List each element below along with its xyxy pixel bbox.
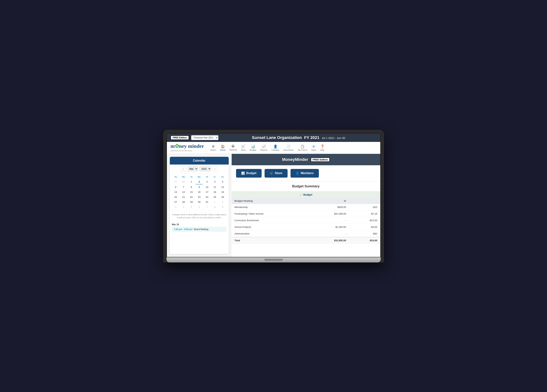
cal-day-today[interactable]: 2 — [195, 179, 203, 184]
next-month-button[interactable]: › — [212, 166, 218, 172]
cal-day[interactable]: 10 — [203, 185, 211, 189]
cal-day[interactable]: 30 — [195, 200, 203, 204]
cal-day[interactable]: 31 — [203, 200, 211, 204]
cal-day[interactable]: 4 — [211, 179, 219, 184]
nav-contacts[interactable]: 👤 Contacts — [270, 143, 281, 152]
cal-day[interactable]: 11 — [211, 185, 219, 189]
cal-day[interactable]: 25 — [211, 195, 219, 199]
cal-day[interactable]: 27 — [172, 200, 180, 204]
budget-button[interactable]: 📊 Budget — [236, 169, 262, 178]
nav-reports-label: Reports — [260, 149, 267, 151]
calendar-event-item[interactable]: 7:00 pm - 8:00 pm Board Meeting — [172, 227, 226, 232]
row-heading: School Projects — [232, 224, 309, 230]
cal-day[interactable]: 3 — [203, 179, 211, 184]
total-in: $32,850.00 — [309, 237, 349, 244]
nav-contacts-label: Contacts — [271, 149, 279, 151]
main-content: Calendar ‹ Mar 2022 › S — [167, 154, 380, 257]
action-buttons: 📊 Budget 🛒 Store 👤 Members — [232, 165, 380, 181]
nav-items: ⚙ Admin 🏠 Home 🏛 Banking 🛒 Store — [208, 143, 326, 152]
fy-selector[interactable]: Financial Year 2021 — [191, 135, 219, 140]
row-in: $500.00 — [309, 204, 349, 210]
logo-area: m✿ney minder powered by NonProfitCentral… — [171, 144, 204, 152]
nav-help[interactable]: ❓ Help — [318, 143, 326, 152]
gear-icon: ⚙ — [212, 144, 215, 149]
nav-documents-label: Documents — [283, 149, 294, 151]
logo-subtitle: powered by NonProfitCentral. — [171, 150, 192, 152]
row-in: $31,000.00 — [309, 210, 349, 217]
cal-day[interactable]: 7 — [180, 185, 187, 189]
cal-day[interactable]: 14 — [180, 190, 187, 194]
budget-table: Budget Heading In Membership $500.00 -$1… — [232, 198, 380, 244]
nav-inbox[interactable]: 📧 Inbox — [309, 143, 318, 152]
total-out: -$24,68 — [349, 237, 380, 244]
budget-summary: Budget Summary 📈 Budget Budget Heading I… — [232, 181, 380, 257]
help-icon: ❓ — [320, 144, 324, 149]
budget-total-row: Total $32,850.00 -$24,68 — [232, 237, 380, 244]
budget-table-header-row: Budget Heading In — [232, 198, 380, 204]
cal-day[interactable]: 20 — [172, 195, 180, 199]
inbox-icon: 📧 — [312, 144, 316, 149]
cal-day[interactable]: 17 — [203, 190, 211, 194]
moneyminder-header: MoneyMinder FREE Edition — [232, 154, 380, 165]
cal-day[interactable]: 23 — [195, 195, 203, 199]
nav-admin-label: Admin — [210, 149, 216, 151]
cal-day[interactable]: 21 — [180, 195, 187, 199]
cal-day[interactable]: 16 — [195, 190, 203, 194]
cal-day[interactable]: 26 — [219, 195, 226, 199]
cal-day[interactable]: 3 — [172, 205, 180, 209]
cal-day[interactable]: 1 — [211, 200, 219, 204]
nav-banking[interactable]: 🏛 Banking — [228, 143, 239, 152]
cal-day[interactable]: 5 — [188, 205, 195, 209]
cal-day[interactable]: 15 — [188, 190, 195, 194]
home-icon: 🏠 — [221, 144, 225, 149]
cal-day[interactable]: 19 — [219, 190, 226, 194]
cal-day[interactable]: 9 — [195, 185, 203, 189]
budget-icon: 📊 — [251, 144, 255, 149]
date-range: Jul 1 2021 - Jun 30 — [321, 136, 345, 139]
budget-link[interactable]: 📈 Budget — [232, 191, 380, 198]
cal-day[interactable]: 13 — [172, 190, 180, 194]
cal-day[interactable]: 22 — [188, 195, 195, 199]
members-btn-label: Members — [301, 172, 314, 175]
cal-day[interactable]: 24 — [203, 195, 211, 199]
year-selector[interactable]: 2022 — [199, 166, 211, 171]
nav-taxforms[interactable]: 📋 Tax Forms — [296, 143, 309, 152]
cal-day[interactable]: 28 — [180, 200, 187, 204]
cal-day[interactable]: 27 — [172, 179, 180, 184]
nav-documents[interactable]: 📄 Documents — [281, 143, 295, 152]
cal-day[interactable]: 18 — [211, 190, 219, 194]
cal-day[interactable]: 8 — [211, 205, 219, 209]
cal-day[interactable]: 9 — [219, 205, 226, 209]
cal-day[interactable]: 2 — [219, 200, 226, 204]
cal-day[interactable]: 28 — [180, 179, 187, 184]
nav-budget-label: Budget — [250, 149, 256, 151]
cal-day[interactable]: 7 — [203, 205, 211, 209]
cal-day[interactable]: 5 — [219, 179, 226, 184]
cal-day[interactable]: 4 — [180, 205, 187, 209]
nav-reports[interactable]: 📈 Reports — [258, 143, 269, 152]
nav-budget[interactable]: 📊 Budget — [248, 143, 258, 152]
cal-event-section: Mar 15 7:00 pm - 8:00 pm Board Meeting — [170, 221, 229, 234]
cal-day[interactable]: 6 — [172, 185, 180, 189]
nav-admin[interactable]: ⚙ Admin — [208, 143, 218, 152]
store-button[interactable]: 🛒 Store — [265, 169, 287, 178]
cal-day[interactable]: 29 — [188, 200, 195, 204]
row-heading: Membership — [232, 204, 309, 210]
documents-icon: 📄 — [287, 144, 291, 149]
row-out: -$13,50 — [349, 217, 380, 224]
row-in: $1,350.00 — [309, 224, 349, 230]
members-button[interactable]: 👤 Members — [291, 169, 319, 178]
cal-day[interactable]: 6 — [195, 205, 203, 209]
nav-store[interactable]: 🛒 Store — [239, 143, 247, 152]
cal-day[interactable]: 12 — [219, 185, 226, 189]
nav-home[interactable]: 🏠 Home — [218, 143, 227, 152]
cal-day[interactable]: 8 — [188, 185, 195, 189]
prev-month-button[interactable]: ‹ — [181, 166, 186, 172]
nav-inbox-label: Inbox — [311, 149, 316, 151]
month-selector[interactable]: Mar — [187, 166, 198, 171]
cal-day[interactable]: 1 — [188, 179, 195, 184]
calendar-header: Calendar — [170, 157, 229, 165]
day-name-su: Su — [172, 175, 180, 179]
table-row: School Projects $1,350.00 -$3,00 — [232, 224, 380, 230]
logo: m✿ney minder — [171, 144, 204, 149]
